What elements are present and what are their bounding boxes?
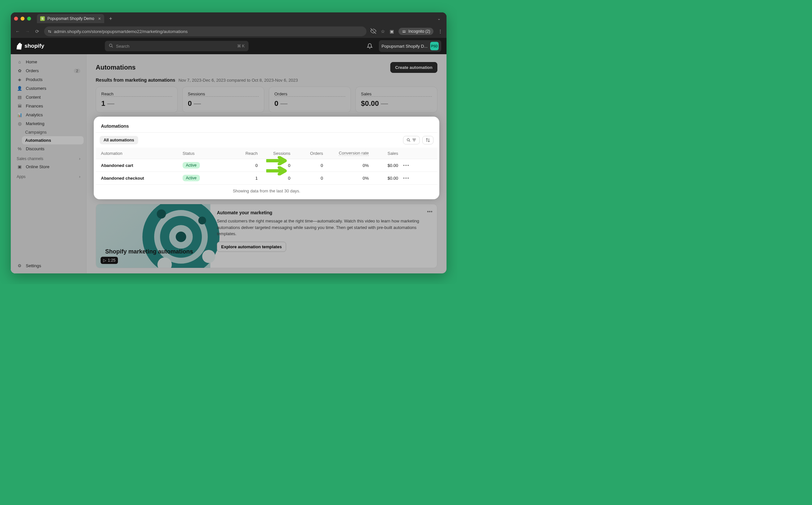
page-title: Automations — [96, 64, 136, 71]
apps-heading[interactable]: Apps › — [13, 171, 83, 180]
sidebar-item-online-store[interactable]: ▣Online Store — [13, 162, 83, 171]
eye-off-icon[interactable] — [370, 28, 376, 35]
filter-all-automations[interactable]: All automations — [99, 136, 138, 144]
forward-icon[interactable]: → — [24, 29, 30, 34]
sidebar-item-campaigns[interactable]: Campaigns — [22, 128, 83, 136]
sidebar-item-finances[interactable]: 🏛Finances — [13, 102, 83, 111]
automations-card-title: Automations — [101, 124, 129, 129]
sidebar-item-label: Analytics — [26, 112, 43, 117]
close-window-icon[interactable] — [14, 17, 18, 21]
sidebar-item-home[interactable]: ⌂Home — [13, 57, 83, 66]
chevron-right-icon: › — [79, 156, 80, 161]
row-orders: 0 — [290, 163, 323, 168]
metric-value: 1 — [101, 99, 105, 108]
row-more-button[interactable]: ••• — [398, 176, 414, 181]
gear-icon: ⚙ — [17, 263, 23, 268]
search-filter-button[interactable] — [403, 136, 420, 144]
minimize-window-icon[interactable] — [21, 17, 24, 21]
status-badge: Active — [183, 162, 200, 169]
sort-button[interactable] — [422, 136, 433, 144]
video-duration-badge: ▷ 1:25 — [100, 257, 118, 264]
home-icon: ⌂ — [17, 59, 23, 64]
create-automation-button[interactable]: Create automation — [390, 62, 437, 73]
col-automation: Automation — [101, 151, 183, 156]
play-icon: ▷ — [103, 258, 106, 263]
store-icon: ▣ — [17, 164, 23, 169]
automation-name: Abandoned cart — [101, 163, 183, 168]
maximize-window-icon[interactable] — [27, 17, 31, 21]
sidebar-item-discounts[interactable]: %Discounts — [13, 144, 83, 153]
sidebar-item-label: Settings — [26, 263, 41, 268]
incognito-badge[interactable]: Incognito (2) — [398, 28, 433, 35]
row-conversion: 0% — [323, 163, 369, 168]
metric-reach[interactable]: Reach 1— — [96, 87, 178, 113]
sidebar-item-settings[interactable]: ⚙Settings — [13, 261, 83, 270]
metric-sessions[interactable]: Sessions 0— — [182, 87, 264, 113]
new-tab-button[interactable]: + — [107, 15, 115, 22]
row-more-button[interactable]: ••• — [398, 163, 414, 168]
automations-card-header: Automations — [96, 119, 437, 133]
explore-templates-button[interactable]: Explore automation templates — [217, 242, 286, 252]
search-input[interactable]: Search ⌘ K — [105, 41, 248, 51]
person-icon: 👤 — [17, 86, 23, 91]
sidebar-item-label: Marketing — [26, 121, 44, 126]
annotation-arrow-icon — [266, 166, 289, 175]
reload-icon[interactable]: ⟳ — [34, 29, 40, 34]
sidebar-item-products[interactable]: ◈Products — [13, 75, 83, 84]
row-conversion: 0% — [323, 176, 369, 181]
sidebar-item-label: Online Store — [26, 164, 49, 169]
search-icon — [406, 138, 411, 142]
sidebar-item-customers[interactable]: 👤Customers — [13, 84, 83, 93]
shopify-logo[interactable]: shopify — [16, 42, 44, 50]
orders-icon: ✿ — [17, 68, 23, 73]
heading-text: Sales channels — [17, 156, 43, 161]
promo-video-thumbnail[interactable]: Shopify marketing automations ▷ 1:25 — [96, 204, 210, 268]
promo-media-title: Shopify marketing automations — [105, 248, 193, 256]
panel-icon[interactable]: ▣ — [390, 29, 394, 34]
sidebar-item-content[interactable]: ▤Content — [13, 93, 83, 102]
metrics-row: Reach 1— Sessions 0— Orders 0— Sales $0.… — [96, 87, 437, 113]
sidebar-item-orders[interactable]: ✿Orders2 — [13, 66, 83, 75]
row-sales: $0.00 — [369, 163, 398, 168]
search-icon — [109, 43, 113, 49]
sidebar-footer: ⚙Settings — [13, 261, 83, 270]
sidebar-item-marketing[interactable]: ◎Marketing — [13, 119, 83, 128]
promo-description: Send customers the right message at the … — [217, 218, 430, 237]
back-icon[interactable]: ← — [15, 29, 21, 34]
tabs-chevron-icon[interactable]: ⌄ — [435, 15, 443, 22]
col-orders: Orders — [290, 151, 323, 156]
row-reach: 0 — [225, 163, 258, 168]
metric-sales[interactable]: Sales $0.00— — [355, 87, 437, 113]
notifications-button[interactable] — [365, 41, 375, 51]
browser-tab[interactable]: S Popupsmart Shopify Demo × — [37, 14, 104, 23]
sort-icon — [426, 138, 430, 142]
browser-tabs-bar: S Popupsmart Shopify Demo × + ⌄ — [11, 12, 446, 25]
promo-more-button[interactable]: ••• — [427, 209, 432, 215]
sidebar-item-label: Campaigns — [25, 130, 47, 135]
automations-toolbar: All automations — [96, 133, 437, 148]
col-reach: Reach — [225, 151, 258, 156]
browser-menu-icon[interactable]: ⋮ — [438, 29, 443, 34]
store-switcher[interactable]: Popupsmart Shopify D... PSD — [379, 40, 441, 52]
sidebar-item-label: Discounts — [26, 146, 44, 151]
svg-point-6 — [176, 231, 186, 242]
metric-orders[interactable]: Orders 0— — [269, 87, 351, 113]
sidebar-item-automations[interactable]: Automations — [22, 136, 83, 144]
page-header-row: Automations Create automation — [96, 62, 437, 73]
col-sales: Sales — [369, 151, 398, 156]
sidebar-item-label: Finances — [26, 104, 43, 109]
svg-point-2 — [110, 44, 112, 46]
video-duration: 1:25 — [108, 258, 115, 263]
close-tab-icon[interactable]: × — [98, 16, 100, 21]
col-sessions: Sessions — [258, 151, 290, 156]
metric-value: 0 — [274, 99, 278, 108]
bookmark-star-icon[interactable]: ☆ — [381, 29, 385, 34]
sidebar-item-analytics[interactable]: 📊Analytics — [13, 111, 83, 119]
sales-channels-heading[interactable]: Sales channels › — [13, 153, 83, 162]
svg-point-1 — [404, 32, 406, 33]
svg-point-8 — [198, 216, 206, 224]
site-info-icon[interactable]: ⇆ — [48, 29, 51, 34]
sidebar-item-label: Home — [26, 59, 37, 64]
image-icon: ▤ — [17, 95, 23, 100]
address-bar[interactable]: ⇆ admin.shopify.com/store/popupsmartdemo… — [44, 26, 367, 36]
